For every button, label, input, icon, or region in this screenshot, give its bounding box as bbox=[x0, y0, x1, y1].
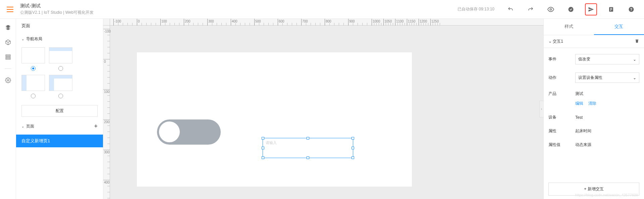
event-select[interactable]: 值改变⌄ bbox=[575, 54, 639, 64]
resize-handle-s[interactable] bbox=[307, 156, 309, 159]
layout-option-blank[interactable] bbox=[21, 47, 45, 63]
attr-value-value: 动态来源 bbox=[575, 142, 639, 148]
panel-title: 页面 bbox=[16, 19, 103, 33]
layout-radio-blank[interactable] bbox=[31, 66, 36, 71]
device-label: 设备 bbox=[548, 114, 575, 120]
right-panel: 样式 交互 ⌄ 交互1 事件 值改变⌄ 动作 设置设备属性⌄ 产品 测试 bbox=[543, 19, 644, 199]
clear-link[interactable]: 清除 bbox=[588, 101, 596, 106]
layout-radio-top[interactable] bbox=[58, 66, 63, 71]
resize-handle-ne[interactable] bbox=[352, 137, 354, 140]
autosave-status: 已自动保存 09:13:10 bbox=[458, 6, 494, 12]
cube-icon[interactable] bbox=[5, 39, 11, 46]
settings-icon[interactable] bbox=[5, 77, 11, 84]
action-label: 动作 bbox=[548, 75, 575, 81]
input-component-selected[interactable]: 请输入 bbox=[263, 138, 353, 158]
layout-option-top[interactable] bbox=[49, 47, 72, 63]
tab-style[interactable]: 样式 bbox=[544, 19, 594, 35]
page-item-active[interactable]: 自定义新增页1 bbox=[16, 135, 103, 147]
resize-handle-nw[interactable] bbox=[262, 137, 264, 140]
chevron-down-icon: ⌄ bbox=[548, 39, 552, 44]
attr-value-label: 属性值 bbox=[548, 142, 575, 148]
switch-component[interactable] bbox=[157, 119, 221, 145]
input-placeholder: 请输入 bbox=[263, 138, 353, 147]
product-value: 测试 bbox=[575, 91, 639, 97]
svg-rect-9 bbox=[6, 57, 10, 58]
layout-option-left[interactable] bbox=[21, 75, 45, 91]
ruler-horizontal: -100010020030040050060070080090010001050… bbox=[110, 19, 543, 26]
artboard[interactable]: 请输入 bbox=[137, 52, 412, 187]
resize-handle-n[interactable] bbox=[307, 137, 309, 140]
ruler-corner bbox=[103, 19, 110, 26]
collapse-right-handle[interactable]: › bbox=[539, 101, 543, 117]
help-icon[interactable]: ? bbox=[625, 3, 637, 15]
check-icon[interactable] bbox=[565, 3, 577, 15]
svg-rect-8 bbox=[6, 55, 10, 56]
app-subtitle: 公测版V2.1 | IoT Studio | Web可视化开发 bbox=[20, 10, 458, 15]
icon-rail bbox=[0, 19, 16, 199]
resize-handle-sw[interactable] bbox=[262, 156, 264, 159]
app-title: 测试-测试 bbox=[20, 3, 458, 9]
layout-radio-both[interactable] bbox=[58, 94, 63, 98]
resize-handle-se[interactable] bbox=[352, 156, 354, 159]
device-value: Test bbox=[575, 115, 639, 120]
add-page-icon[interactable]: + bbox=[94, 123, 98, 130]
header-actions: ? bbox=[504, 3, 637, 15]
action-select[interactable]: 设置设备属性⌄ bbox=[575, 72, 639, 83]
structure-icon[interactable] bbox=[5, 54, 11, 60]
canvas-area: -100010020030040050060070080090010001050… bbox=[103, 19, 543, 199]
event-label: 事件 bbox=[548, 56, 575, 62]
svg-point-11 bbox=[7, 80, 9, 81]
tab-interaction[interactable]: 交互 bbox=[594, 19, 644, 35]
attribute-label: 属性 bbox=[548, 128, 575, 134]
redo-icon[interactable] bbox=[525, 3, 537, 15]
chevron-down-icon: ⌄ bbox=[633, 57, 636, 62]
property-tabs: 样式 交互 bbox=[544, 19, 644, 35]
layout-options bbox=[16, 45, 103, 102]
delete-icon[interactable] bbox=[635, 39, 639, 44]
svg-point-0 bbox=[550, 8, 552, 10]
resize-handle-w[interactable] bbox=[262, 147, 264, 149]
undo-icon[interactable] bbox=[504, 3, 517, 15]
svg-rect-10 bbox=[6, 58, 10, 59]
canvas-viewport[interactable]: 请输入 bbox=[110, 26, 543, 199]
layout-radio-left[interactable] bbox=[31, 94, 36, 98]
edit-link[interactable]: 编辑 bbox=[575, 101, 583, 106]
top-header: 测试-测试 公测版V2.1 | IoT Studio | Web可视化开发 已自… bbox=[0, 0, 644, 19]
config-button[interactable]: 配置 bbox=[21, 105, 98, 117]
title-block: 测试-测试 公测版V2.1 | IoT Studio | Web可视化开发 bbox=[20, 3, 458, 15]
chevron-down-icon: ⌄ bbox=[21, 37, 24, 41]
publish-icon[interactable] bbox=[585, 3, 597, 15]
chevron-down-icon: ⌄ bbox=[21, 125, 24, 128]
docs-icon[interactable] bbox=[605, 3, 617, 15]
property-body: 事件 值改变⌄ 动作 设置设备属性⌄ 产品 测试 编辑 清除 设备 Test bbox=[544, 48, 644, 179]
interaction-section-header[interactable]: ⌄ 交互1 bbox=[544, 35, 644, 48]
left-panel: 页面 ⌄导航布局 配置 ⌄页面 + 自定义新增页1 bbox=[16, 19, 103, 199]
layout-option-both[interactable] bbox=[49, 75, 72, 91]
switch-knob bbox=[159, 121, 180, 142]
product-label: 产品 bbox=[548, 91, 575, 97]
nav-layout-section[interactable]: ⌄导航布局 bbox=[16, 33, 103, 45]
ruler-vertical: -1000100200300400 bbox=[103, 26, 110, 199]
chevron-down-icon: ⌄ bbox=[633, 76, 636, 80]
layers-icon[interactable] bbox=[5, 24, 11, 31]
preview-icon[interactable] bbox=[545, 3, 557, 15]
svg-point-1 bbox=[569, 7, 574, 12]
attribute-value: 起床时间 bbox=[575, 128, 639, 134]
resize-handle-e[interactable] bbox=[352, 147, 354, 149]
svg-text:?: ? bbox=[630, 7, 632, 11]
page-section[interactable]: ⌄页面 + bbox=[16, 119, 103, 133]
menu-icon[interactable] bbox=[7, 7, 13, 12]
add-interaction-button[interactable]: + 新增交互 bbox=[548, 183, 639, 196]
